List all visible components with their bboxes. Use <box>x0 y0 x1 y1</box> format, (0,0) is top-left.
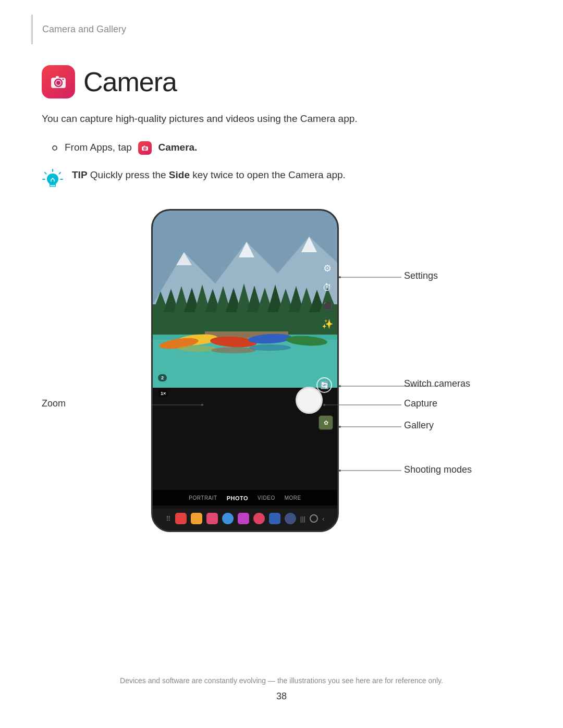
svg-point-48 <box>211 347 256 353</box>
mode-video[interactable]: VIDEO <box>258 495 275 501</box>
mode-more[interactable]: MORE <box>285 495 301 501</box>
svg-point-49 <box>249 344 291 351</box>
page-footer: Devices and software are constantly evol… <box>0 676 563 702</box>
aspect-icon[interactable]: ⬛ <box>323 302 332 310</box>
camera-app-icon <box>42 65 75 98</box>
svg-line-10 <box>59 172 61 174</box>
inline-camera-icon-wrap <box>137 141 153 155</box>
zoom-1x-pill[interactable]: 1× <box>158 390 168 397</box>
tip-text: TIP Quickly press the Side key twice to … <box>72 167 346 183</box>
label-shooting-modes: Shooting modes <box>404 464 472 475</box>
chapter-header: Camera and Gallery <box>31 15 532 44</box>
timer-icon[interactable]: ⏱ <box>323 282 332 293</box>
svg-point-53 <box>339 385 341 387</box>
camera-diagram: ⚙ ⏱ ⬛ ✨ 🔄 2 1× ✿ <box>42 209 521 542</box>
phone-mockup: ⚙ ⏱ ⬛ ✨ 🔄 2 1× ✿ <box>151 209 339 532</box>
shooting-modes-bar: PORTRAIT PHOTO VIDEO MORE <box>153 490 337 505</box>
svg-point-57 <box>339 426 341 428</box>
mode-photo[interactable]: PHOTO <box>227 495 248 501</box>
capture-button[interactable] <box>296 387 323 414</box>
bullet-text: From Apps, tap Camera. <box>65 141 197 155</box>
svg-rect-8 <box>144 146 145 147</box>
svg-rect-3 <box>56 76 59 78</box>
svg-point-47 <box>177 346 217 352</box>
page-title-row: Camera <box>42 65 521 98</box>
intro-paragraph: You can capture high-quality pictures an… <box>42 111 521 127</box>
page-content: Camera You can capture high-quality pict… <box>0 44 563 574</box>
inline-camera-icon <box>138 141 152 155</box>
bullet-item: From Apps, tap Camera. <box>52 141 521 155</box>
phone-screen: ⚙ ⏱ ⬛ ✨ 🔄 2 1× ✿ <box>153 211 337 530</box>
label-gallery: Gallery <box>404 420 434 431</box>
svg-line-11 <box>45 172 46 174</box>
zoom-2x-pill[interactable]: 2 <box>158 374 167 381</box>
tip-row: TIP Quickly press the Side key twice to … <box>42 167 521 190</box>
label-zoom: Zoom <box>42 398 66 409</box>
mode-portrait[interactable]: PORTRAIT <box>189 495 217 501</box>
label-settings: Settings <box>404 270 438 281</box>
page-title: Camera <box>83 66 177 97</box>
svg-point-4 <box>63 79 64 80</box>
svg-point-51 <box>339 276 341 278</box>
effects-icon[interactable]: ✨ <box>322 318 333 330</box>
gallery-thumbnail[interactable]: ✿ <box>319 415 333 430</box>
label-capture: Capture <box>404 398 437 409</box>
svg-point-2 <box>56 81 60 85</box>
tip-bulb-icon <box>42 168 64 190</box>
bullet-circle <box>52 145 57 151</box>
label-switch-cameras: Switch cameras <box>404 378 470 389</box>
app-bar: ⠿ ||| ‹ <box>153 509 337 530</box>
settings-icon[interactable]: ⚙ <box>323 263 332 274</box>
svg-point-59 <box>339 470 341 472</box>
svg-point-7 <box>144 148 145 149</box>
page-number: 38 <box>0 691 563 702</box>
footer-note: Devices and software are constantly evol… <box>0 676 563 685</box>
